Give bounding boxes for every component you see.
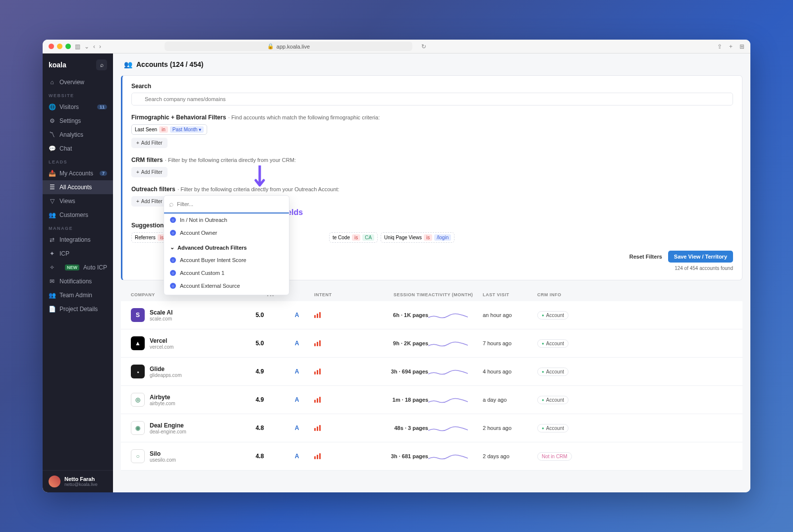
chevron-down-icon[interactable]: ⌄	[84, 43, 89, 50]
outreach-icon: ○	[170, 257, 176, 263]
nav-overview[interactable]: ⌂ Overview	[43, 75, 113, 89]
sidebar: koala ⌕ ⌂ Overview WEBSITE 🌐 Visitors 11…	[43, 53, 113, 492]
nav-visitors[interactable]: 🌐 Visitors 11	[43, 100, 113, 114]
fit-score: 4.8	[240, 453, 280, 460]
dropdown-item-buyer-intent[interactable]: ○ Account Buyer Intent Score	[164, 254, 289, 266]
intent-bars-icon	[314, 453, 364, 459]
company-name: Scale AI	[150, 309, 172, 316]
table-row[interactable]: ▲ Vercel vercel.com 5.0 A 9h · 2K pages …	[121, 329, 742, 358]
chevron-down-icon: ⌄	[170, 244, 174, 251]
filters-card: Search Firmographic + Behavioral Filters…	[121, 75, 742, 280]
fit-score: 4.8	[240, 425, 280, 431]
nav-team-admin[interactable]: 👥 Team Admin	[43, 288, 113, 302]
company-domain: airbyte.com	[150, 401, 175, 406]
forward-icon[interactable]: ›	[99, 43, 101, 50]
company-domain: deal-engine.com	[150, 429, 186, 434]
maximize-window-icon[interactable]	[65, 44, 71, 49]
intent-bars-icon	[314, 369, 364, 374]
table-row[interactable]: S Scale AI scale.com 5.0 A 6h · 1K pages…	[121, 301, 742, 329]
refresh-icon[interactable]: ↻	[421, 43, 426, 50]
add-crm-filter-button[interactable]: + Add Filter	[131, 167, 168, 177]
dropdown-item-custom-1[interactable]: ○ Account Custom 1	[164, 266, 289, 279]
suggestion-chip-pageviews[interactable]: Uniq Page Views is /login	[381, 232, 454, 243]
dropdown-group-advanced[interactable]: ⌄ Advanced Outreach Filters	[164, 239, 289, 254]
search-input[interactable]	[131, 93, 733, 106]
nav-all-accounts[interactable]: ☰ All Accounts	[43, 180, 113, 194]
nav-label: Analytics	[59, 131, 83, 138]
dropdown-item-account-owner[interactable]: ○ Account Owner	[164, 226, 289, 239]
outreach-icon: ○	[170, 283, 176, 289]
nav-label: Integrations	[59, 236, 91, 243]
nav-label: Auto ICP	[83, 264, 107, 271]
table-row[interactable]: ○ Silo usesilo.com 4.8 A 3h · 681 pages …	[121, 442, 742, 471]
search-icon: ⌕	[169, 200, 174, 209]
brand-logo[interactable]: koala	[49, 61, 66, 69]
home-icon: ⌂	[49, 79, 56, 86]
sidebar-search-button[interactable]: ⌕	[96, 59, 107, 70]
nav-section-website: WEBSITE	[43, 89, 113, 100]
crm-badge: Account	[537, 368, 568, 376]
table-row[interactable]: ◉ Deal Engine deal-engine.com 4.8 A 48s …	[121, 414, 742, 442]
table-row[interactable]: ◎ Airbyte airbyte.com 4.9 A 1m · 18 page…	[121, 386, 742, 414]
nav-views[interactable]: ▽ Views	[43, 194, 113, 208]
user-name: Netto Farah	[64, 476, 98, 482]
nav-settings[interactable]: ⚙ Settings	[43, 114, 113, 128]
plug-icon: ⇄	[49, 236, 56, 243]
nav-auto-icp[interactable]: ✧ NEW Auto ICP	[43, 261, 113, 274]
sidebar-toggle-icon[interactable]: ▥	[75, 43, 80, 50]
nav-label: Notifications	[59, 278, 92, 285]
search-label: Search	[131, 83, 733, 90]
tabs-icon[interactable]: ⊞	[739, 43, 744, 50]
company-logo-icon: ◉	[131, 421, 145, 435]
crm-badge: Account	[537, 396, 568, 404]
dropdown-search-input[interactable]	[177, 201, 284, 207]
nav-analytics[interactable]: 〽 Analytics	[43, 128, 113, 142]
traffic-lights	[49, 44, 71, 49]
share-icon[interactable]: ⇪	[717, 43, 722, 50]
nav-label: Team Admin	[59, 292, 92, 299]
nav-integrations[interactable]: ⇄ Integrations	[43, 233, 113, 247]
page-title: Accounts (124 / 454)	[136, 60, 203, 68]
col-crm: CRM INFO	[537, 292, 733, 297]
add-outreach-filter-button[interactable]: + Add Filter	[131, 196, 168, 207]
company-cell: ○ Silo usesilo.com	[131, 449, 240, 463]
chip-op: in	[159, 126, 168, 133]
outreach-icon: ○	[170, 217, 176, 223]
nav-project-details[interactable]: 📄 Project Details	[43, 302, 113, 316]
nav-label: Customers	[59, 212, 88, 218]
sidebar-footer[interactable]: Netto Farah netto@koala.live	[43, 470, 113, 492]
gear-icon: ⚙	[49, 117, 56, 124]
save-view-button[interactable]: Save View / Territory	[668, 251, 733, 263]
activity-sparkline	[428, 367, 483, 376]
last-visit: a day ago	[483, 397, 537, 403]
nav-chat[interactable]: 💬 Chat	[43, 142, 113, 156]
dropdown-search: ⌕	[164, 196, 289, 213]
add-filter-button[interactable]: + Add Filter	[131, 138, 168, 148]
dropdown-item-external-source[interactable]: ○ Account External Source	[164, 279, 289, 295]
reset-filters-button[interactable]: Reset Filters	[629, 254, 662, 260]
suggestion-chip-code[interactable]: te Code is CA	[329, 232, 378, 243]
table-row[interactable]: ⬩ Glide glideapps.com 4.9 A 3h · 694 pag…	[121, 358, 742, 386]
nav-customers[interactable]: 👥 Customers	[43, 208, 113, 222]
url-bar[interactable]: 🔒 app.koala.live	[165, 42, 412, 51]
close-window-icon[interactable]	[49, 44, 54, 49]
company-domain: glideapps.com	[150, 372, 181, 378]
nav-icp[interactable]: ✦ ICP	[43, 247, 113, 261]
nav-notifications[interactable]: ✉ Notifications	[43, 274, 113, 288]
col-session: SESSION TIME	[364, 292, 428, 297]
new-tab-icon[interactable]: +	[729, 43, 733, 50]
chip-val: Past Month ▾	[170, 126, 204, 133]
company-domain: scale.com	[150, 316, 172, 321]
filter-chip-lastseen[interactable]: Last Seen in Past Month ▾	[131, 124, 207, 135]
company-cell: ⬩ Glide glideapps.com	[131, 365, 240, 378]
activity-sparkline	[428, 338, 483, 348]
filter-icon: ▽	[49, 198, 56, 205]
dropdown-item-in-outreach[interactable]: ○ In / Not in Outreach	[164, 213, 289, 226]
suggestions-label: Suggestions	[131, 222, 167, 229]
nav-my-accounts[interactable]: 📥 My Accounts 7	[43, 166, 113, 180]
company-name: Silo	[150, 450, 176, 457]
back-icon[interactable]: ‹	[93, 43, 95, 50]
minimize-window-icon[interactable]	[57, 44, 62, 49]
browser-window: ▥ ⌄ ‹ › 🔒 app.koala.live ↻ ⇪ + ⊞ koala ⌕…	[43, 40, 750, 492]
company-cell: ◉ Deal Engine deal-engine.com	[131, 421, 240, 435]
